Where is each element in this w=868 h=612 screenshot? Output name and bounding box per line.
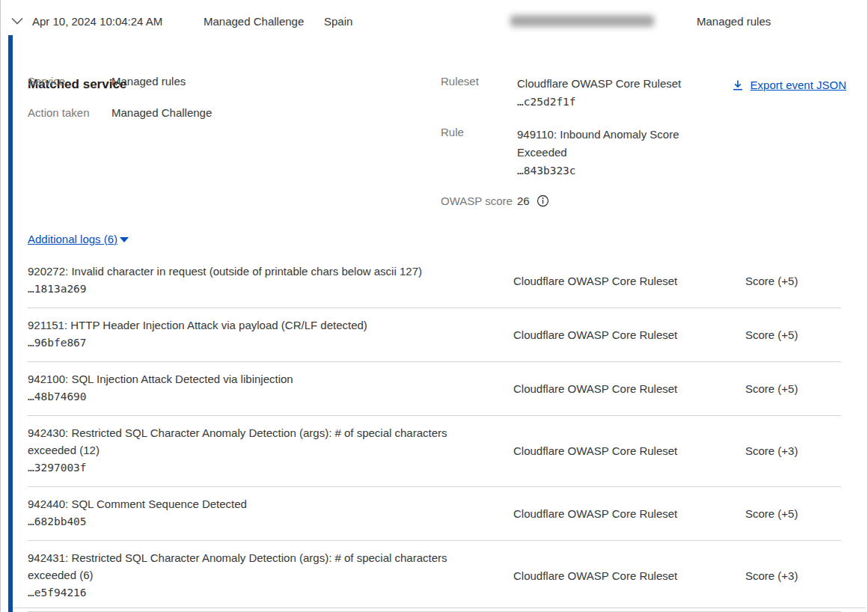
ruleset-name: Cloudflare OWASP Core Ruleset	[517, 75, 704, 93]
log-description-cell: 920272: Invalid character in request (ou…	[28, 263, 469, 299]
rule-id-hash: …843b323c	[517, 162, 700, 180]
log-row: 942431: Restricted SQL Character Anomaly…	[28, 541, 841, 612]
owasp-score-value: 26	[517, 195, 530, 207]
caret-down-icon	[120, 237, 129, 242]
log-rule-description: 921151: HTTP Header Injection Attack via…	[28, 316, 469, 334]
log-ruleset-name: Cloudflare OWASP Core Ruleset	[513, 275, 693, 287]
download-icon	[732, 79, 744, 91]
log-score: Score (+5)	[745, 507, 841, 520]
log-description-cell: 942431: Restricted SQL Character Anomaly…	[28, 549, 469, 602]
log-rule-description: 942430: Restricted SQL Character Anomaly…	[28, 424, 469, 459]
log-description-cell: 942100: SQL Injection Attack Detected vi…	[28, 370, 469, 406]
log-score: Score (+5)	[745, 275, 841, 287]
ruleset-value-block: Cloudflare OWASP Core Ruleset …c25d2f1f	[517, 75, 704, 111]
log-ruleset-name: Cloudflare OWASP Core Ruleset	[513, 507, 693, 520]
info-icon[interactable]	[537, 195, 549, 207]
log-description-cell: 942440: SQL Comment Sequence Detected …6…	[28, 495, 469, 531]
log-row: 942430: Restricted SQL Character Anomaly…	[28, 416, 841, 487]
log-score: Score (+5)	[745, 328, 841, 341]
ruleset-label: Ruleset	[441, 75, 479, 88]
export-event-json-label: Export event JSON	[751, 79, 846, 91]
owasp-score-value-wrap: 26	[517, 195, 549, 207]
security-event-expanded-row: Apr 10, 2024 10:04:24 AM Managed Challen…	[0, 0, 868, 612]
panel-bottom-border	[13, 608, 866, 608]
log-rule-description: 942431: Restricted SQL Character Anomaly…	[28, 549, 469, 584]
log-rule-id-hash: …3297003f	[28, 459, 469, 477]
log-description-cell: 921151: HTTP Header Injection Attack via…	[28, 316, 469, 352]
log-ruleset-name: Cloudflare OWASP Core Ruleset	[513, 382, 693, 395]
rule-name: 949110: Inbound Anomaly Score Exceeded	[517, 126, 700, 162]
log-ruleset-name: Cloudflare OWASP Core Ruleset	[513, 569, 693, 582]
log-rule-id-hash: …682bb405	[28, 512, 469, 531]
log-score: Score (+3)	[745, 569, 841, 582]
additional-logs-toggle[interactable]: Additional logs (6)	[28, 233, 129, 245]
event-country: Spain	[324, 15, 352, 28]
rule-value-block: 949110: Inbound Anomaly Score Exceeded ……	[517, 126, 700, 180]
chevron-down-icon[interactable]	[10, 16, 24, 26]
rule-label: Rule	[441, 126, 464, 138]
service-label: Service	[28, 75, 65, 88]
log-rule-id-hash: …48b74690	[28, 388, 469, 406]
log-row: 921151: HTTP Header Injection Attack via…	[28, 308, 841, 362]
redacted-host-blur	[510, 16, 654, 27]
log-rule-description: 942440: SQL Comment Sequence Detected	[28, 495, 469, 512]
log-row: 920272: Invalid character in request (ou…	[28, 254, 841, 308]
event-action: Managed Challenge	[204, 15, 304, 28]
log-rule-description: 920272: Invalid character in request (ou…	[28, 263, 469, 280]
ruleset-id-hash: …c25d2f1f	[517, 93, 704, 111]
log-description-cell: 942430: Restricted SQL Character Anomaly…	[28, 424, 469, 477]
log-score: Score (+5)	[745, 382, 841, 395]
owasp-score-label: OWASP score	[441, 195, 513, 207]
log-rule-id-hash: …e5f94216	[28, 584, 469, 602]
expanded-row-accent-bar	[8, 35, 13, 612]
event-summary-row[interactable]: Apr 10, 2024 10:04:24 AM Managed Challen…	[1, 6, 867, 36]
event-service: Managed rules	[697, 15, 771, 28]
log-rule-id-hash: …96bfe867	[28, 334, 469, 352]
service-value: Managed rules	[111, 75, 186, 88]
export-event-json-link[interactable]: Export event JSON	[732, 79, 846, 91]
log-row: 942100: SQL Injection Attack Detected vi…	[28, 362, 841, 416]
log-row: 942440: SQL Comment Sequence Detected …6…	[28, 487, 841, 541]
log-ruleset-name: Cloudflare OWASP Core Ruleset	[513, 444, 693, 457]
event-timestamp: Apr 10, 2024 10:04:24 AM	[32, 15, 162, 28]
log-score: Score (+3)	[745, 444, 841, 457]
log-rule-description: 942100: SQL Injection Attack Detected vi…	[28, 370, 469, 388]
log-rule-id-hash: …1813a269	[28, 280, 469, 299]
additional-logs-list: 920272: Invalid character in request (ou…	[28, 254, 841, 612]
action-taken-label: Action taken	[28, 106, 90, 119]
additional-logs-label: Additional logs (6)	[28, 233, 117, 245]
matched-service-panel: Matched service Export event JSON Servic…	[1, 35, 867, 612]
log-ruleset-name: Cloudflare OWASP Core Ruleset	[513, 328, 693, 341]
action-taken-value: Managed Challenge	[111, 106, 212, 119]
